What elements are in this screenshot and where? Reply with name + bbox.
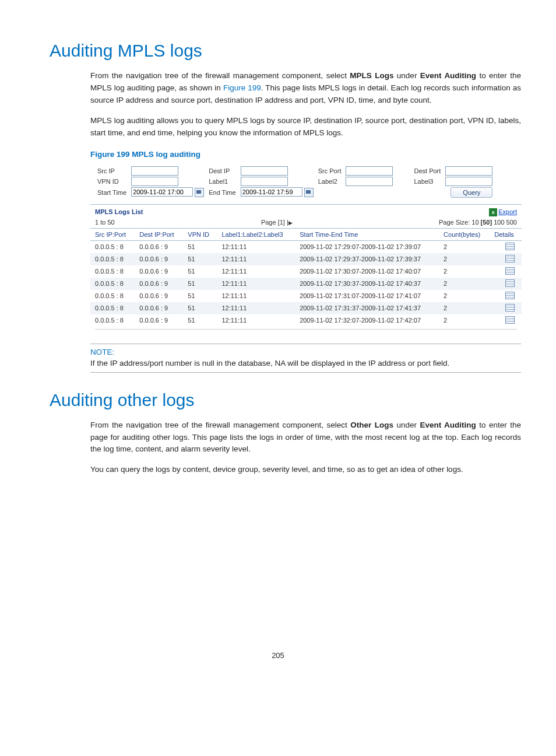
- col-count-bytes[interactable]: Count(bytes): [439, 228, 490, 240]
- figure-ref-199[interactable]: Figure 199: [223, 83, 261, 92]
- label-dest-port: Dest Port: [411, 166, 443, 176]
- details-icon[interactable]: [505, 255, 515, 262]
- table-cell: 0.0.0.6 : 9: [135, 314, 183, 327]
- text: From the navigation tree of the firewall…: [90, 71, 350, 80]
- details-cell[interactable]: [490, 265, 522, 278]
- input-label1[interactable]: [241, 177, 288, 186]
- label-src-port: Src Port: [316, 166, 344, 176]
- details-icon[interactable]: [505, 304, 515, 312]
- table-cell: 0.0.0.5 : 8: [90, 302, 135, 314]
- table-cell: 12:11:11: [217, 253, 295, 265]
- table-cell: 12:11:11: [217, 290, 295, 302]
- table-cell: 2009-11-02 17:31:37-2009-11-02 17:41:37: [295, 302, 439, 314]
- table-cell: 0.0.0.5 : 8: [90, 314, 135, 327]
- table-cell: 2: [439, 265, 490, 278]
- col-details[interactable]: Details: [490, 228, 522, 240]
- para-mpls-2: MPLS log auditing allows you to query MP…: [90, 115, 521, 139]
- para-mpls-1: From the navigation tree of the firewall…: [90, 70, 521, 107]
- text: under: [393, 71, 420, 80]
- details-icon[interactable]: [505, 267, 515, 275]
- details-icon[interactable]: [505, 292, 515, 299]
- note-box: NOTE: If the IP address/port number is n…: [90, 344, 521, 373]
- pager-range: 1 to 50: [95, 219, 115, 226]
- table-cell: 2009-11-02 17:31:07-2009-11-02 17:41:07: [295, 290, 439, 302]
- label-src-ip: Src IP: [95, 166, 129, 176]
- details-icon[interactable]: [505, 243, 515, 250]
- table-cell: 0.0.0.5 : 8: [90, 240, 135, 253]
- table-cell: 51: [183, 253, 217, 265]
- col-vpn-id[interactable]: VPN ID: [183, 228, 217, 240]
- table-cell: 2: [439, 278, 490, 290]
- table-cell: 0.0.0.5 : 8: [90, 253, 135, 265]
- table-row: 0.0.0.5 : 80.0.0.6 : 95112:11:112009-11-…: [90, 302, 522, 314]
- bold-mpls-logs: MPLS Logs: [350, 71, 393, 80]
- details-icon[interactable]: [505, 279, 515, 287]
- table-cell: 12:11:11: [217, 240, 295, 253]
- next-page-icon[interactable]: ▶: [288, 220, 293, 226]
- input-src-ip[interactable]: [131, 166, 178, 176]
- heading-auditing-mpls-logs: Auditing MPLS logs: [50, 41, 521, 61]
- query-button[interactable]: Query: [451, 187, 492, 198]
- details-cell[interactable]: [490, 240, 522, 253]
- table-cell: 2: [439, 290, 490, 302]
- table-cell: 2009-11-02 17:32:07-2009-11-02 17:42:07: [295, 314, 439, 327]
- col-src-ip-port[interactable]: Src IP:Port: [90, 228, 135, 240]
- input-label3[interactable]: [445, 177, 492, 186]
- table-cell: 51: [183, 278, 217, 290]
- figure-caption-199: Figure 199 MPLS log auditing: [90, 150, 521, 159]
- col-start-end-time[interactable]: Start Time-End Time: [295, 228, 439, 240]
- table-cell: 51: [183, 265, 217, 278]
- pager-page[interactable]: Page [1] |▶: [261, 219, 293, 226]
- table-cell: 0.0.0.5 : 8: [90, 278, 135, 290]
- input-dest-port[interactable]: [445, 166, 492, 176]
- text: From the navigation tree of the firewall…: [90, 421, 350, 429]
- input-label2[interactable]: [346, 177, 393, 186]
- table-cell: 12:11:11: [217, 314, 295, 327]
- export-icon: x: [489, 208, 497, 216]
- export-link[interactable]: xExport: [489, 208, 517, 216]
- input-src-port[interactable]: [346, 166, 393, 176]
- note-body: If the IP address/port number is null in…: [90, 359, 521, 368]
- label-end-time: End Time: [206, 187, 238, 198]
- table-row: 0.0.0.5 : 80.0.0.6 : 95112:11:112009-11-…: [90, 314, 522, 327]
- col-dest-ip-port[interactable]: Dest IP:Port: [135, 228, 183, 240]
- table-cell: 2009-11-02 17:29:07-2009-11-02 17:39:07: [295, 240, 439, 253]
- details-icon[interactable]: [505, 316, 515, 324]
- input-dest-ip[interactable]: [241, 166, 288, 176]
- table-cell: 2009-11-02 17:30:07-2009-11-02 17:40:07: [295, 265, 439, 278]
- input-end-time[interactable]: [241, 187, 302, 197]
- query-filters: Src IP Dest IP Src Port Dest Port VPN ID…: [90, 162, 522, 204]
- mpls-logs-table: Src IP:Port Dest IP:Port VPN ID Label1:L…: [90, 228, 522, 327]
- table-cell: 12:11:11: [217, 302, 295, 314]
- bold-event-auditing-2: Event Auditing: [420, 421, 476, 429]
- pager-sizes[interactable]: Page Size: 10 [50] 100 500: [439, 219, 517, 226]
- table-cell: 51: [183, 302, 217, 314]
- table-cell: 51: [183, 290, 217, 302]
- table-cell: 51: [183, 240, 217, 253]
- table-row: 0.0.0.5 : 80.0.0.6 : 95112:11:112009-11-…: [90, 265, 522, 278]
- table-cell: 0.0.0.6 : 9: [135, 278, 183, 290]
- label-dest-ip: Dest IP: [206, 166, 238, 176]
- table-cell: 0.0.0.6 : 9: [135, 290, 183, 302]
- input-vpn-id[interactable]: [131, 177, 178, 186]
- details-cell[interactable]: [490, 302, 522, 314]
- table-row: 0.0.0.5 : 80.0.0.6 : 95112:11:112009-11-…: [90, 290, 522, 302]
- details-cell[interactable]: [490, 253, 522, 265]
- table-cell: 0.0.0.5 : 8: [90, 265, 135, 278]
- details-cell[interactable]: [490, 314, 522, 327]
- table-cell: 2: [439, 253, 490, 265]
- table-cell: 12:11:11: [217, 278, 295, 290]
- table-cell: 0.0.0.6 : 9: [135, 302, 183, 314]
- table-cell: 0.0.0.5 : 8: [90, 290, 135, 302]
- input-start-time[interactable]: [131, 187, 193, 197]
- details-cell[interactable]: [490, 290, 522, 302]
- col-labels[interactable]: Label1:Label2:Label3: [217, 228, 295, 240]
- label-label3: Label3: [411, 176, 443, 187]
- heading-auditing-other-logs: Auditing other logs: [50, 390, 521, 410]
- details-cell[interactable]: [490, 278, 522, 290]
- table-row: 0.0.0.5 : 80.0.0.6 : 95112:11:112009-11-…: [90, 278, 522, 290]
- para-other-2: You can query the logs by content, devic…: [90, 464, 521, 476]
- calendar-icon[interactable]: [195, 188, 204, 197]
- calendar-icon[interactable]: [304, 188, 314, 197]
- page-number: 205: [35, 651, 521, 660]
